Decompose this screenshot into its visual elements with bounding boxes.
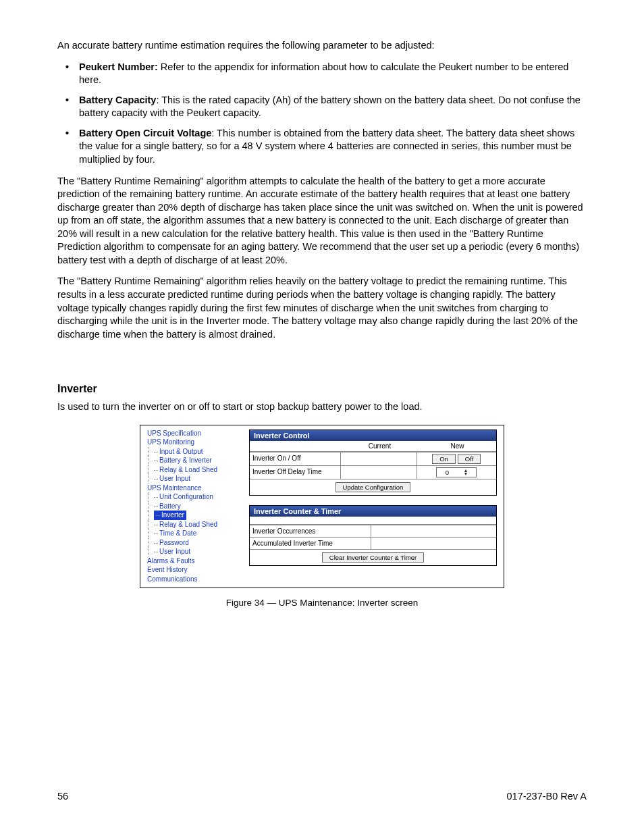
tree-relay-loadshed-2[interactable]: Relay & Load Shed [147,520,241,529]
intro-para: An accurate battery runtime estimation r… [57,39,587,53]
bullet-item: Battery Open Circuit Voltage: This numbe… [57,127,587,167]
tree-user-input[interactable]: User Input [147,474,241,484]
screenshot-panel: UPS Specification UPS Monitoring Input &… [140,425,504,589]
bullet-list: Peukert Number: Refer to the appendix fo… [57,61,587,167]
row-accum-time-label: Accumulated Inverter Time [250,538,371,549]
tree-battery-inverter[interactable]: Battery & Inverter [147,456,241,465]
row-inverter-onoff-label: Inverter On / Off [250,452,341,465]
section-intro: Is used to turn the inverter on or off t… [57,400,587,414]
doc-id: 017-237-B0 Rev A [507,791,587,802]
col-new: New [419,441,496,451]
nav-tree: UPS Specification UPS Monitoring Input &… [140,425,245,588]
tree-communications[interactable]: Communications [147,575,241,584]
tree-inverter-selected[interactable]: Inverter [147,511,241,520]
para-algorithm-2: The "Battery Runtime Remaining" algorith… [57,275,587,341]
tree-event-history[interactable]: Event History [147,565,241,575]
tree-unit-config[interactable]: Unit Configuration [147,492,241,502]
inverter-control-panel: Inverter Control Current New Inverter On… [249,429,497,496]
bullet-item: Peukert Number: Refer to the appendix fo… [57,61,587,87]
tree-user-input-2[interactable]: User Input [147,547,241,556]
section-heading-inverter: Inverter [57,383,587,395]
clear-counter-button[interactable]: Clear Inverter Counter & Timer [322,552,424,563]
on-button[interactable]: On [432,454,456,464]
tree-ups-monitoring[interactable]: UPS Monitoring [147,438,241,447]
col-current: Current [341,441,419,451]
tree-password[interactable]: Password [147,538,241,548]
tree-ups-maintenance[interactable]: UPS Maintenance [147,484,241,493]
tree-input-output[interactable]: Input & Output [147,447,241,457]
inverter-counter-panel: Inverter Counter & Timer Inverter Occurr… [249,505,497,566]
tree-alarms-faults[interactable]: Alarms & Faults [147,556,241,566]
delay-time-stepper[interactable]: 0 ▲▼ [436,467,477,477]
tree-battery[interactable]: Battery [147,502,241,511]
page-number: 56 [57,791,68,802]
figure-caption: Figure 34 — UPS Maintenance: Inverter sc… [140,598,504,608]
row-occurrences-label: Inverter Occurrences [250,525,371,537]
tree-time-date[interactable]: Time & Date [147,529,241,538]
panel-header: Inverter Counter & Timer [250,506,496,517]
bullet-item: Battery Capacity: This is the rated capa… [57,94,587,120]
row-delay-label: Inverter Off Delay Time [250,466,341,479]
update-config-button[interactable]: Update Configuration [336,482,411,492]
tree-ups-spec[interactable]: UPS Specification [147,429,241,438]
spinner-icon[interactable]: ▲▼ [458,469,475,475]
para-algorithm-1: The "Battery Runtime Remaining" algorith… [57,175,587,267]
off-button[interactable]: Off [458,454,481,464]
panel-header: Inverter Control [250,430,496,441]
tree-relay-loadshed[interactable]: Relay & Load Shed [147,465,241,475]
